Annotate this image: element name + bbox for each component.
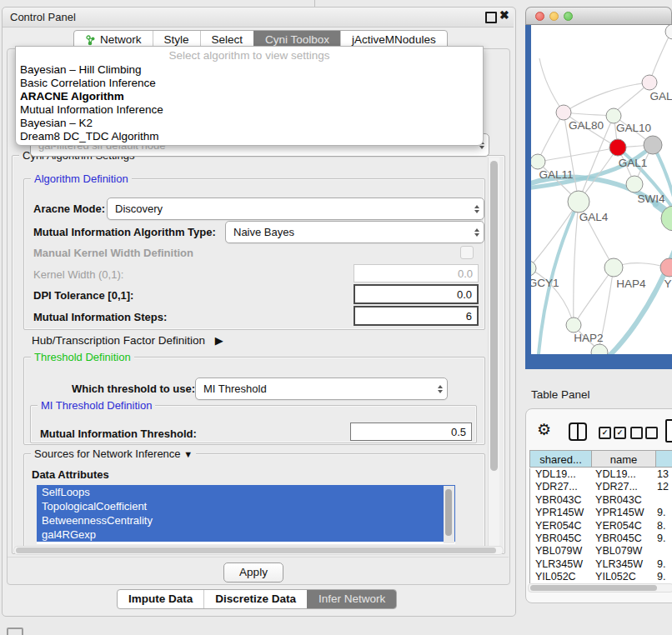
- table-row[interactable]: YDL19...YDL19...13: [530, 468, 672, 481]
- minimized-panel-icon[interactable]: [7, 628, 23, 635]
- column-header-partial[interactable]: [655, 450, 672, 468]
- table-row[interactable]: YBR043CYBR043C: [530, 494, 672, 507]
- settings-hscrollbar-thumb[interactable]: [16, 548, 496, 553]
- kernel-width-field[interactable]: 0.0: [354, 264, 479, 282]
- cell: YPR145W: [590, 507, 652, 519]
- algorithm-option-basic-correlation[interactable]: Basic Correlation Inference: [16, 77, 483, 90]
- table-row[interactable]: YPR145WYPR145W9.: [530, 507, 672, 519]
- cell: YBL079W: [530, 545, 590, 558]
- algorithm-option-mutual-information[interactable]: Mutual Information Inference: [16, 103, 483, 117]
- expand-arrow-icon: ▶: [215, 334, 223, 347]
- dpi-tolerance-field[interactable]: 0.0: [354, 284, 479, 304]
- algorithm-option-aracne[interactable]: ARACNE Algorithm: [16, 90, 483, 103]
- network-edge[interactable]: [574, 268, 614, 325]
- column-header-shared-name[interactable]: shared...: [529, 450, 592, 468]
- table-row[interactable]: YBR045CYBR045C9.: [530, 532, 672, 545]
- apply-button[interactable]: Apply: [223, 562, 283, 582]
- network-node[interactable]: [644, 136, 662, 154]
- network-node[interactable]: [665, 25, 672, 39]
- control-panel-titlebar: [3, 8, 514, 28]
- attribute-list-scrollbar-track[interactable]: [444, 486, 454, 543]
- mi-steps-field[interactable]: 6: [354, 306, 479, 326]
- gear-icon[interactable]: ⚙: [537, 420, 551, 439]
- sources-group-title: Sources for Network Inference ▼: [31, 448, 196, 460]
- network-edge[interactable]: [539, 58, 564, 112]
- hide-columns-unchecked-icon[interactable]: [630, 427, 658, 439]
- close-traffic-light-icon[interactable]: [535, 12, 544, 21]
- network-node[interactable]: [568, 191, 589, 212]
- tab-infer-network[interactable]: Infer Network: [307, 590, 396, 608]
- settings-hscrollbar-track[interactable]: [13, 546, 504, 555]
- list-item-betweennesscentrality[interactable]: BetweennessCentrality: [37, 513, 455, 528]
- network-edge[interactable]: [564, 82, 649, 112]
- dropdown-prompt: Select algorithm to view settings: [16, 47, 483, 63]
- list-item-topologicalcoefficient[interactable]: TopologicalCoefficient: [37, 499, 455, 513]
- which-threshold-combo[interactable]: MI Threshold: [195, 378, 448, 400]
- algorithm-option-bayesian-k2[interactable]: Bayesian – K2: [16, 117, 483, 130]
- minimize-traffic-light-icon[interactable]: [549, 12, 559, 21]
- table-hscrollbar-thumb[interactable]: [530, 585, 657, 591]
- network-node[interactable]: [609, 139, 626, 156]
- divider: [8, 557, 509, 558]
- tab-impute-data-label: Impute Data: [128, 590, 193, 608]
- cell: YBR045C: [530, 532, 590, 545]
- hub-definition-toggle[interactable]: Hub/Transcription Factor Definition ▶: [32, 334, 223, 347]
- cell: YIL052C: [590, 571, 652, 583]
- attribute-list-scrollbar-thumb[interactable]: [445, 489, 452, 536]
- application-window: Control Panel ✖ Network Style Select Cyn…: [0, 0, 672, 635]
- hub-definition-label: Hub/Transcription Factor Definition: [32, 334, 205, 347]
- node-label: GAL1: [619, 157, 648, 169]
- aracne-mode-combo[interactable]: Discovery: [107, 198, 484, 220]
- network-canvas[interactable]: GALGAL80GAL10GAL1GAL11SWI4GAL4GCY1HAP4YH…: [531, 25, 672, 354]
- algorithm-dropdown: Select algorithm to view settings Bayesi…: [15, 46, 484, 146]
- table-hscrollbar-track[interactable]: [528, 583, 672, 592]
- network-node[interactable]: [626, 176, 643, 192]
- show-columns-checked-icon[interactable]: ✓✓: [599, 427, 626, 439]
- network-node[interactable]: [566, 318, 581, 332]
- network-edge[interactable]: [538, 148, 618, 162]
- table-row[interactable]: YIL052CYIL052C9.: [530, 571, 672, 583]
- table-row[interactable]: YBL079WYBL079W: [530, 545, 672, 558]
- network-edge[interactable]: [649, 32, 671, 82]
- network-node[interactable]: [642, 75, 657, 90]
- network-edge[interactable]: [574, 202, 579, 325]
- network-node[interactable]: [604, 258, 623, 277]
- table-row[interactable]: YER054CYER054C8.: [530, 520, 672, 532]
- node-label: GAL10: [616, 122, 651, 134]
- algorithm-option-bayesian-hill[interactable]: Bayesian – Hill Climbing: [16, 63, 483, 77]
- mi-threshold-field[interactable]: 0.5: [350, 422, 472, 441]
- network-edge[interactable]: [531, 202, 579, 268]
- settings-scrollbar-track[interactable]: [488, 158, 499, 549]
- network-edge[interactable]: [538, 112, 564, 162]
- algorithm-option-dream8[interactable]: Dream8 DC_TDC Algorithm: [16, 130, 483, 143]
- zoom-traffic-light-icon[interactable]: [564, 12, 573, 21]
- table-row[interactable]: YLR345WYLR345W9.: [530, 558, 672, 571]
- network-node[interactable]: [531, 154, 545, 169]
- float-window-icon[interactable]: [485, 12, 497, 23]
- column-header-name[interactable]: name: [591, 450, 656, 468]
- cell: [652, 494, 672, 507]
- settings-scrollbar-thumb[interactable]: [490, 161, 498, 471]
- cell: YDR27...: [590, 481, 652, 493]
- tab-impute-data[interactable]: Impute Data: [118, 590, 203, 608]
- list-item-gal4rgexp[interactable]: gal4RGexp: [37, 528, 455, 542]
- mi-type-combo[interactable]: Naive Bayes: [225, 221, 484, 243]
- collapse-arrow-icon[interactable]: ▼: [183, 449, 193, 459]
- cell: YBR043C: [530, 494, 590, 507]
- list-item-selfloops[interactable]: SelfLoops: [37, 485, 455, 499]
- close-icon[interactable]: ✖: [499, 8, 509, 22]
- table-row[interactable]: YDR27...YDR27...12: [530, 481, 672, 493]
- cell: 13: [652, 468, 672, 481]
- split-panel-icon[interactable]: [569, 422, 587, 441]
- manual-kernel-checkbox[interactable]: [460, 246, 474, 259]
- network-node[interactable]: [531, 261, 536, 276]
- node-label: GAL11: [539, 168, 573, 181]
- network-window-titlebar[interactable]: [525, 7, 672, 25]
- node-label: HAP2: [574, 332, 603, 344]
- export-table-icon[interactable]: [665, 419, 672, 442]
- table-panel-title: Table Panel: [531, 388, 590, 401]
- network-view-window: GALGAL80GAL10GAL1GAL11SWI4GAL4GCY1HAP4YH…: [525, 7, 672, 369]
- network-node[interactable]: [556, 105, 571, 120]
- tab-discretize-data[interactable]: Discretize Data: [203, 590, 307, 608]
- node-label: SWI4: [637, 192, 664, 205]
